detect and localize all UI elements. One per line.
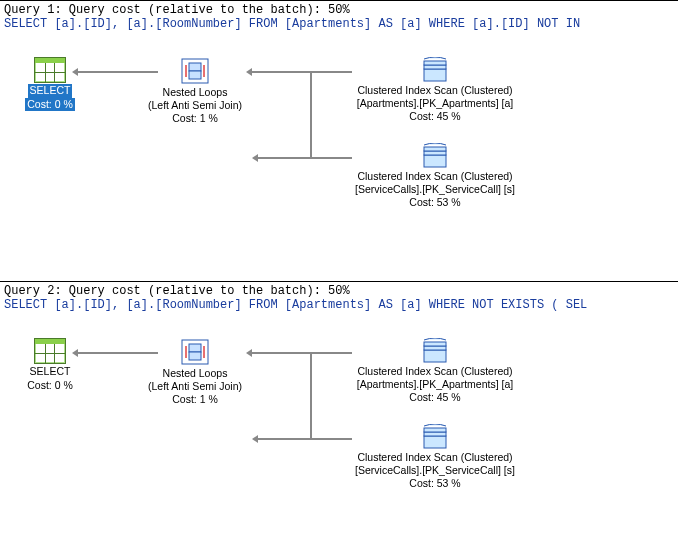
op-cost: Cost: 45 % [335,110,535,123]
op-clustered-index-scan-servicecalls[interactable]: Clustered Index Scan (Clustered) [Servic… [335,143,535,209]
op-cost: Cost: 53 % [335,196,535,209]
svg-rect-11 [189,352,201,360]
svg-rect-16 [424,432,446,436]
op-cost: Cost: 45 % [335,391,535,404]
clustered-index-scan-icon [420,143,450,169]
svg-rect-17 [424,428,446,432]
op-title: Nested Loops [120,367,270,380]
plan-connector [310,352,312,440]
query-header: Query 2: Query cost (relative to the bat… [0,284,678,298]
svg-rect-3 [424,69,446,81]
svg-rect-6 [424,155,446,167]
op-subtitle: [ServiceCalls].[PK_ServiceCall] [s] [335,464,535,477]
svg-rect-14 [424,342,446,346]
query-block-2: Query 2: Query cost (relative to the bat… [0,281,678,512]
op-subtitle: (Left Anti Semi Join) [120,380,270,393]
op-select[interactable]: SELECT Cost: 0 % [18,338,82,392]
op-subtitle: [Apartments].[PK_Apartments] [a] [335,97,535,110]
table-icon [34,57,66,83]
op-title: Clustered Index Scan (Clustered) [335,451,535,464]
query-sql: SELECT [a].[ID], [a].[RoomNumber] FROM [… [0,298,678,312]
nested-loops-icon [180,338,210,366]
op-title: Nested Loops [120,86,270,99]
op-cost: Cost: 1 % [120,393,270,406]
op-cost: Cost: 1 % [120,112,270,125]
svg-rect-12 [424,350,446,362]
clustered-index-scan-icon [420,424,450,450]
op-subtitle: (Left Anti Semi Join) [120,99,270,112]
op-title: Clustered Index Scan (Clustered) [335,170,535,183]
svg-rect-15 [424,436,446,448]
svg-rect-5 [424,61,446,65]
query-header: Query 1: Query cost (relative to the bat… [0,3,678,17]
execution-plan[interactable]: SELECT Cost: 0 % Nested Loops (Left Anti… [0,51,678,231]
op-cost: Cost: 0 % [25,98,75,112]
op-title: Clustered Index Scan (Clustered) [335,365,535,378]
clustered-index-scan-icon [420,57,450,83]
table-icon [34,338,66,364]
svg-rect-4 [424,65,446,69]
plan-connector [310,71,312,159]
svg-rect-7 [424,151,446,155]
svg-rect-2 [189,71,201,79]
op-clustered-index-scan-apartments[interactable]: Clustered Index Scan (Clustered) [Apartm… [335,57,535,123]
op-subtitle: [ServiceCalls].[PK_ServiceCall] [s] [335,183,535,196]
op-cost: Cost: 0 % [25,379,75,393]
svg-rect-8 [424,147,446,151]
execution-plan[interactable]: SELECT Cost: 0 % Nested Loops (Left Anti… [0,332,678,512]
svg-rect-1 [189,63,201,71]
svg-rect-10 [189,344,201,352]
query-sql: SELECT [a].[ID], [a].[RoomNumber] FROM [… [0,17,678,31]
op-clustered-index-scan-servicecalls[interactable]: Clustered Index Scan (Clustered) [Servic… [335,424,535,490]
svg-rect-13 [424,346,446,350]
op-clustered-index-scan-apartments[interactable]: Clustered Index Scan (Clustered) [Apartm… [335,338,535,404]
query-block-1: Query 1: Query cost (relative to the bat… [0,0,678,231]
op-cost: Cost: 53 % [335,477,535,490]
clustered-index-scan-icon [420,338,450,364]
op-label: SELECT [28,84,73,98]
op-subtitle: [Apartments].[PK_Apartments] [a] [335,378,535,391]
nested-loops-icon [180,57,210,85]
op-select[interactable]: SELECT Cost: 0 % [18,57,82,111]
op-title: Clustered Index Scan (Clustered) [335,84,535,97]
op-label: SELECT [28,365,73,379]
